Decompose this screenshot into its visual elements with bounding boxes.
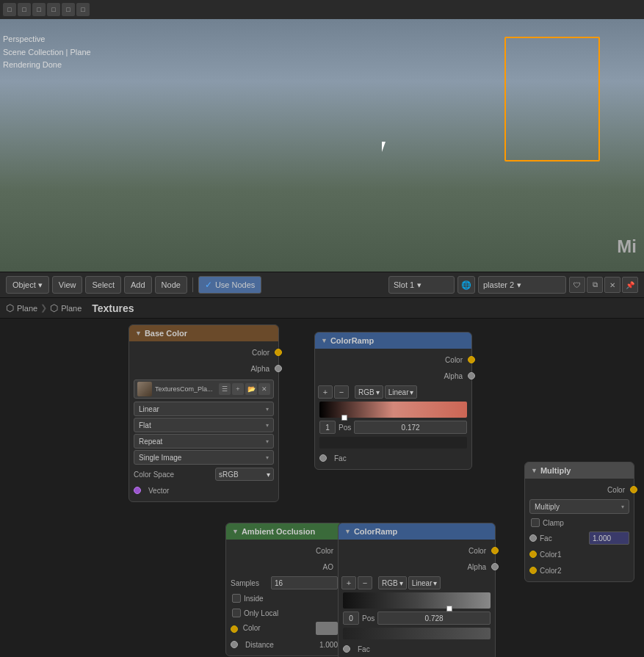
object-menu[interactable]: Object ▾ (6, 276, 49, 294)
ao-distance-input[interactable] (231, 641, 238, 648)
cr1-remove-btn[interactable]: − (334, 385, 349, 399)
topbar-icon-5[interactable]: □ (62, 3, 75, 16)
ao-onlylocal-checkbox[interactable] (232, 609, 241, 617)
interpolation-select[interactable]: Linear ▾ (134, 402, 274, 416)
viewport-mid-text: Mi (617, 236, 637, 257)
multiply-color2-input[interactable] (529, 567, 537, 574)
color-output-socket[interactable] (275, 349, 282, 356)
ao-color-input[interactable] (231, 625, 238, 633)
multiply-collapse-arrow[interactable]: ▼ (531, 467, 538, 474)
texture-thumbnail (137, 382, 152, 396)
viewport-mode: Perspective (3, 33, 91, 46)
viewport[interactable]: □ □ □ □ □ □ Perspective Scene Collection… (0, 0, 644, 272)
cr2-black-bar (343, 628, 491, 639)
globe-icon[interactable]: 🌐 (457, 276, 475, 294)
multiply-row-color1: Color1 (525, 546, 634, 562)
cr1-rgb-dropdown[interactable]: RGB ▾ (355, 385, 383, 399)
cr2-color-output[interactable] (491, 547, 499, 554)
cr1-add-btn[interactable]: + (318, 385, 333, 399)
cr1-color-output[interactable] (468, 356, 475, 363)
node-toolbar: Object ▾ View Select Add Node ✓ Use Node… (0, 272, 644, 298)
use-nodes-toggle[interactable]: ✓ Use Nodes (198, 276, 261, 294)
color-space-arrow: ▾ (267, 471, 270, 479)
cr1-stop-num[interactable]: 1 (319, 421, 336, 434)
node-colorramp1-header[interactable]: ▼ ColorRamp (315, 333, 471, 349)
cr2-toolbar: + − RGB ▾ Linear ▾ (339, 575, 495, 591)
node-row-alpha: Alpha (129, 360, 278, 377)
tex-new-icon[interactable]: + (232, 383, 244, 395)
node-base-color-header[interactable]: ▼ Base Color (129, 325, 278, 341)
add-menu[interactable]: Add (124, 276, 152, 294)
ao-inside-checkbox[interactable] (232, 594, 241, 603)
select-menu[interactable]: Select (85, 276, 121, 294)
topbar-icon-2[interactable]: □ (18, 3, 31, 16)
colorramp2-collapse-arrow[interactable]: ▼ (344, 528, 351, 535)
node-multiply-header[interactable]: ▼ Multiply (525, 462, 634, 479)
ao-samples-field[interactable]: 16 (271, 576, 338, 589)
tex-open-icon[interactable]: 📂 (245, 383, 257, 395)
tex-browse-icon[interactable]: ☰ (219, 383, 231, 395)
multiply-clamp-checkbox[interactable] (531, 518, 540, 527)
cr2-alpha-output[interactable] (491, 563, 499, 570)
topbar-icon-6[interactable]: □ (76, 3, 90, 16)
cr2-rgb-dropdown[interactable]: RGB ▾ (378, 576, 407, 589)
vector-input-socket[interactable] (134, 487, 141, 494)
ao-collapse-arrow[interactable]: ▼ (232, 528, 239, 535)
breadcrumb-item-plane1[interactable]: ⬡ Plane (6, 302, 37, 313)
cr2-gradient[interactable] (343, 592, 491, 609)
colorramp1-collapse-arrow[interactable]: ▼ (321, 337, 328, 344)
view-menu[interactable]: View (52, 276, 83, 294)
topbar-icon-4[interactable]: □ (47, 3, 60, 16)
topbar-icon-3[interactable]: □ (32, 3, 46, 16)
multiply-fac-field[interactable]: 1.000 (589, 531, 629, 545)
projection-select[interactable]: Flat ▾ (134, 418, 274, 432)
material-dropdown[interactable]: plaster 2 ▾ (478, 276, 566, 294)
cr2-row-fac: Fac (339, 641, 495, 657)
texture-preview[interactable]: TexturesCom_Pla... ☰ + 📂 ✕ (134, 380, 274, 399)
material-close-icon[interactable]: ✕ (604, 277, 621, 293)
textures-label: Textures (92, 302, 134, 314)
node-editor[interactable]: ▼ Base Color Color Alpha TexturesCom_Pla… (0, 319, 644, 657)
cr1-stop-val[interactable]: 0.172 (354, 421, 467, 434)
cr1-fac-input[interactable] (319, 454, 327, 462)
cr2-stop-num[interactable]: 0 (343, 611, 359, 625)
ao-row-color-out: Color (226, 542, 342, 559)
node-colorramp2-header[interactable]: ▼ ColorRamp (339, 523, 495, 540)
viewport-topbar: □ □ □ □ □ □ (0, 0, 644, 19)
cr2-marker1[interactable] (446, 606, 452, 611)
node-collapse-arrow[interactable]: ▼ (135, 330, 142, 337)
projection-arrow: ▾ (266, 422, 269, 429)
cr1-marker1[interactable] (341, 415, 347, 421)
cr2-add-btn[interactable]: + (341, 576, 356, 589)
pin-icon[interactable]: 📌 (622, 277, 638, 293)
multiply-color1-input[interactable] (529, 551, 537, 558)
node-base-color: ▼ Base Color Color Alpha TexturesCom_Pla… (129, 324, 279, 502)
ao-onlylocal-row: Only Local (226, 606, 342, 620)
cr1-gradient[interactable] (319, 402, 467, 418)
node-menu[interactable]: Node (155, 276, 187, 294)
material-shield-icon[interactable]: 🛡 (569, 277, 585, 293)
multiply-fac-input[interactable] (529, 534, 537, 542)
cr2-remove-btn[interactable]: − (358, 576, 372, 589)
material-copy-icon[interactable]: ⧉ (587, 277, 603, 293)
alpha-output-socket[interactable] (275, 365, 282, 372)
cr1-toolbar: + − RGB ▾ Linear ▾ (315, 384, 471, 400)
cr1-row-alpha: Alpha (315, 368, 471, 384)
breadcrumb-item-plane2[interactable]: ⬡ Plane (50, 302, 82, 313)
node-row-color: Color (129, 344, 278, 360)
slot-dropdown[interactable]: Slot 1 ▾ (388, 276, 455, 294)
cr1-alpha-output[interactable] (468, 372, 475, 380)
tex-close-icon[interactable]: ✕ (258, 383, 270, 395)
extension-select[interactable]: Repeat ▾ (134, 434, 274, 449)
topbar-icon-1[interactable]: □ (3, 3, 16, 16)
cr2-fac-input[interactable] (343, 645, 350, 653)
multiply-type-select[interactable]: Multiply ▾ (529, 499, 629, 514)
cr1-linear-dropdown[interactable]: Linear ▾ (385, 385, 418, 399)
node-ao-header[interactable]: ▼ Ambient Occlusion (226, 523, 342, 540)
multiply-color-output[interactable] (630, 486, 637, 493)
source-select[interactable]: Single Image ▾ (134, 450, 274, 465)
cr2-stop-val[interactable]: 0.728 (377, 611, 491, 625)
cr2-linear-dropdown[interactable]: Linear ▾ (408, 576, 441, 589)
ao-color-swatch[interactable] (316, 622, 338, 635)
color-space-select[interactable]: sRGB ▾ (215, 468, 274, 481)
